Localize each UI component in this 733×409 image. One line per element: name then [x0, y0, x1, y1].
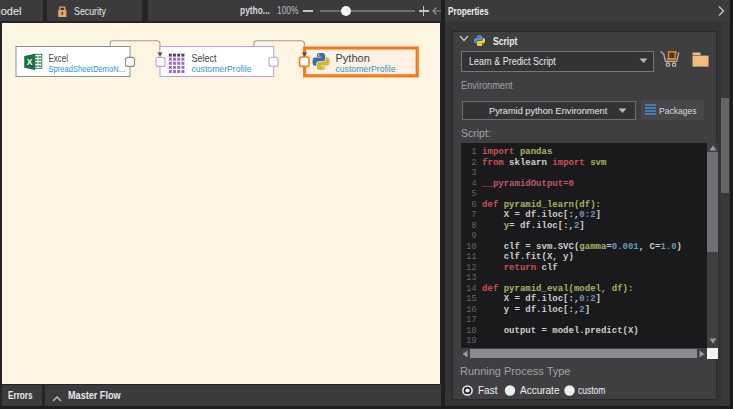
svg-text:customerProfile: customerProfile — [336, 64, 396, 74]
svg-text:customerProfile: customerProfile — [192, 64, 252, 74]
svg-text:SpreadSheetDemoN...: SpreadSheetDemoN... — [49, 64, 126, 74]
svg-text:Python: Python — [336, 52, 370, 64]
svg-text:X: X — [27, 57, 33, 67]
svg-text:Select: Select — [192, 52, 217, 64]
svg-text:Excel: Excel — [49, 52, 69, 64]
